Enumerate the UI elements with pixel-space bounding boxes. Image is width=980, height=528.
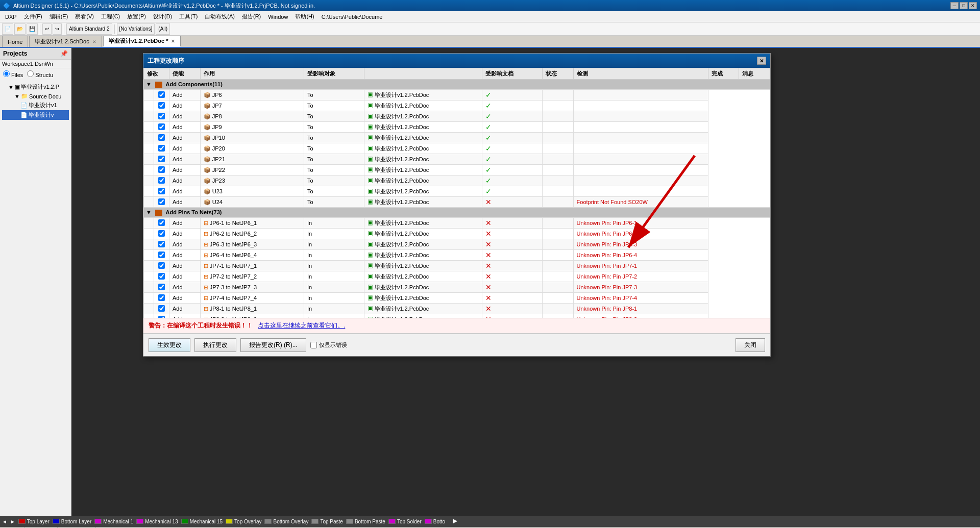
row-status-check: ✓: [482, 122, 543, 133]
row-enable-checkbox[interactable]: [158, 156, 165, 162]
execute-button[interactable]: 执行更改: [194, 338, 236, 352]
layer-top-solder[interactable]: Top Solder: [388, 519, 422, 524]
layer-bottom-paste[interactable]: Bottom Paste: [346, 519, 385, 524]
sidebar-tree-source[interactable]: ▼ 📁 Source Docu: [2, 92, 69, 100]
row-enable-checkbox[interactable]: [158, 177, 165, 184]
radio-structure-label[interactable]: Structu: [27, 70, 53, 78]
row-enable-checkbox[interactable]: [158, 230, 165, 237]
sidebar-tree-project[interactable]: ▼ ▣ 毕业设计v1.2.P: [2, 82, 69, 92]
tab-pcbdoc[interactable]: 毕业设计v1.2.PcbDoc * ✕: [103, 36, 181, 47]
row-doc: ▣ 毕业设计v1.2.PcbDoc: [364, 133, 482, 143]
sidebar-tree-sch[interactable]: 📄 毕业设计v1: [2, 100, 69, 110]
menu-window[interactable]: Window: [265, 13, 291, 21]
tab-schdoc-close[interactable]: ✕: [92, 39, 96, 44]
nav-left-icon: ◄: [2, 519, 7, 524]
menu-dxp[interactable]: DXP: [2, 13, 20, 21]
changes-table-container[interactable]: 修改 使能 作用 受影响对象 受影响文档 状态 检测 完成 消息: [143, 68, 770, 318]
warning-link[interactable]: 点击这里在继续之前查看它们。.: [258, 321, 345, 330]
row-enable-checkbox[interactable]: [158, 188, 165, 194]
row-enable-checkbox[interactable]: [158, 123, 165, 130]
toolbar-standard-dropdown[interactable]: Altium Standard 2: [66, 23, 112, 35]
validate-button[interactable]: 生效更改: [149, 338, 190, 352]
close-window-button[interactable]: ✕: [969, 2, 977, 9]
menu-place[interactable]: 放置(P): [124, 12, 149, 21]
toolbar-btn-save[interactable]: 💾: [27, 23, 38, 35]
group-expand-icon[interactable]: ▼: [146, 209, 152, 215]
maximize-button[interactable]: □: [960, 2, 968, 9]
menu-help[interactable]: 帮助(H): [292, 12, 317, 21]
layer-nav-left[interactable]: ◄: [2, 519, 7, 524]
row-status-done: [542, 154, 573, 165]
row-enable-checkbox[interactable]: [158, 102, 165, 109]
menu-design[interactable]: 设计(D): [150, 12, 175, 21]
row-status-done: [542, 197, 573, 208]
row-enable-checkbox[interactable]: [158, 294, 165, 301]
radio-structure[interactable]: [27, 70, 34, 77]
table-row: Add 📦 JP10 To ▣ 毕业设计v1.2.PcbDoc ✓: [144, 133, 770, 143]
menu-autoroute[interactable]: 自动布线(A): [202, 12, 238, 21]
row-doc-icon: ▣: [368, 135, 373, 141]
menu-report[interactable]: 报告(R): [239, 12, 264, 21]
row-enable-checkbox[interactable]: [158, 113, 165, 119]
toolbar-btn-new[interactable]: 📄: [2, 23, 13, 35]
minimize-button[interactable]: ─: [950, 2, 959, 9]
errors-only-label[interactable]: 仅显示错误: [310, 341, 347, 349]
menu-file[interactable]: 文件(F): [21, 12, 45, 21]
sidebar-tree-pcb[interactable]: 📄 毕业设计v: [2, 110, 69, 120]
row-enable-checkbox[interactable]: [158, 219, 165, 226]
sidebar-pin-icon[interactable]: 📌: [60, 50, 68, 57]
report-button[interactable]: 报告更改(R) (R)...: [240, 338, 306, 352]
layer-mech15[interactable]: Mechanical 15: [181, 519, 223, 524]
errors-only-checkbox[interactable]: [310, 342, 317, 348]
dialog-close-button[interactable]: ✕: [757, 57, 766, 65]
close-dialog-button[interactable]: 关闭: [736, 338, 765, 352]
tab-pcbdoc-close[interactable]: ✕: [171, 39, 175, 44]
row-doc: ▣ 毕业设计v1.2.PcbDoc: [364, 143, 482, 154]
layers-nav-arrow[interactable]: ⯈: [452, 518, 458, 524]
row-enable-checkbox[interactable]: [158, 166, 165, 173]
layer-bottom-overlay[interactable]: Bottom Overlay: [264, 519, 308, 524]
row-status-done: [542, 111, 573, 122]
row-enable-checkbox[interactable]: [158, 198, 165, 205]
tab-home[interactable]: Home: [2, 36, 28, 47]
layer-botto[interactable]: Botto: [425, 519, 445, 524]
layer-bottom[interactable]: Bottom Layer: [53, 519, 91, 524]
row-checkbox-cell: [154, 90, 169, 100]
row-object-icon: ⊞: [204, 284, 208, 290]
radio-files[interactable]: [3, 70, 10, 77]
menu-project[interactable]: 工程(C): [98, 12, 123, 21]
menu-edit[interactable]: 编辑(E): [46, 12, 71, 21]
row-enable-checkbox[interactable]: [158, 273, 165, 280]
row-enable-checkbox[interactable]: [158, 316, 165, 318]
row-enable-checkbox[interactable]: [158, 134, 165, 141]
row-status-check: ✕: [482, 304, 543, 314]
row-enable-checkbox[interactable]: [158, 262, 165, 269]
row-enable-checkbox[interactable]: [158, 305, 165, 312]
layer-top-paste[interactable]: Top Paste: [311, 519, 342, 524]
row-object: 📦 JP6: [200, 90, 304, 100]
row-indent: [144, 304, 154, 314]
row-enable-checkbox[interactable]: [158, 91, 165, 98]
layer-mech13[interactable]: Mechanical 13: [136, 519, 178, 524]
row-enable-checkbox[interactable]: [158, 284, 165, 290]
layer-top[interactable]: Top Layer: [18, 519, 50, 524]
row-enable-checkbox[interactable]: [158, 145, 165, 152]
layer-mech1[interactable]: Mechanical 1: [94, 519, 133, 524]
row-checkbox-cell: [154, 282, 169, 293]
toolbar-btn-undo[interactable]: ↩: [42, 23, 52, 35]
layer-top-overlay[interactable]: Top Overlay: [226, 519, 261, 524]
toolbar-btn-open[interactable]: 📂: [14, 23, 26, 35]
row-enable-checkbox[interactable]: [158, 241, 165, 247]
toolbar-variations-dropdown[interactable]: [No Variations]: [117, 23, 155, 35]
radio-files-label[interactable]: Files: [3, 70, 23, 78]
toolbar-btn-redo[interactable]: ↪: [53, 23, 62, 35]
tab-schdoc[interactable]: 毕业设计v1.2.SchDoc ✕: [29, 36, 102, 47]
menu-tools[interactable]: 工具(T): [176, 12, 201, 21]
menu-view[interactable]: 察看(V): [72, 12, 97, 21]
row-enable-checkbox[interactable]: [158, 252, 165, 258]
layer-nav-right[interactable]: ►: [10, 519, 15, 524]
row-to: To: [304, 154, 364, 165]
row-object-icon: ⊞: [204, 316, 208, 318]
group-expand-icon[interactable]: ▼: [146, 81, 152, 87]
toolbar-all-dropdown[interactable]: (All): [156, 23, 170, 35]
